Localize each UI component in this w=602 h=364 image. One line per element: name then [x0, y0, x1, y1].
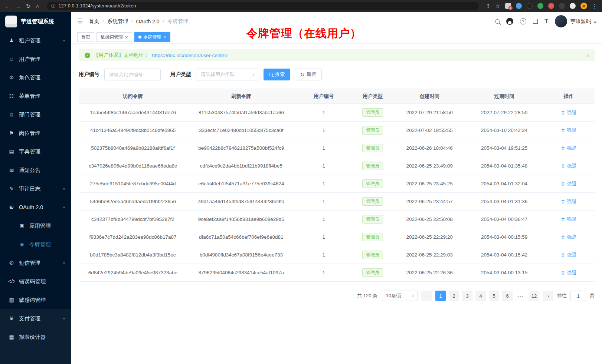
browser-home-icon[interactable]: ⌂: [36, 3, 39, 9]
alert-close-icon[interactable]: ×: [586, 52, 589, 59]
page-button-3[interactable]: 3: [462, 291, 472, 301]
sidebar-item-oauth2[interactable]: ☯ OAuth 2.0 ∧: [0, 198, 71, 216]
force-logout-button[interactable]: 强退: [561, 181, 576, 187]
collapse-sidebar-icon[interactable]: ☰: [77, 17, 83, 25]
prev-page-button[interactable]: ‹: [421, 291, 432, 301]
access-token-cell: 6d842e2924594de9a09e45e087323abe: [79, 264, 187, 282]
force-logout-button[interactable]: 强退: [561, 198, 576, 205]
page-button-12[interactable]: 12: [529, 291, 539, 301]
sidebar-item-notice-management[interactable]: ✉ 通知公告: [0, 161, 71, 179]
sidebar-item-sensitive-word-management[interactable]: ▥ 敏感词管理: [0, 291, 71, 309]
sidebar-item-oauth2-token-management[interactable]: ◉ 令牌管理: [0, 235, 71, 254]
breadcrumb-system[interactable]: 系统管理: [107, 18, 128, 25]
bookmark-star-icon[interactable]: ☆: [495, 3, 500, 9]
browser-reload-icon[interactable]: ↻: [26, 3, 31, 9]
user-type-badge: 管理员: [362, 126, 383, 135]
browser-profile-avatar[interactable]: ☻: [580, 3, 587, 9]
user-id-input[interactable]: [104, 69, 161, 80]
search-icon[interactable]: [495, 19, 500, 24]
address-bar[interactable]: ⓘ 127.0.0.1:1024/system/oauth2/token: [47, 2, 478, 10]
sidebar-item-tenant-management[interactable]: ♟ 租户管理 ∨: [0, 31, 71, 50]
tab-token-management[interactable]: 令牌管理 ×: [134, 32, 171, 42]
created-time-cell: 2022-06-25 22:50:08: [393, 211, 466, 228]
browser-menu-icon[interactable]: ⋮: [592, 3, 598, 9]
tab-close-icon[interactable]: ×: [164, 35, 167, 40]
browser-forward-icon[interactable]: →: [15, 3, 21, 9]
sidebar-item-sms-management[interactable]: ✆ 短信管理 ∨: [0, 254, 71, 272]
extension-icon-4[interactable]: [537, 3, 543, 9]
actions-cell: 强退: [543, 139, 595, 157]
sidebar-item-menu-management[interactable]: ☷ 菜单管理: [0, 87, 71, 105]
extension-icon-3[interactable]: [527, 3, 533, 9]
force-logout-button[interactable]: 强退: [561, 252, 576, 258]
dictionary-icon: ▤: [8, 149, 15, 155]
help-icon[interactable]: ?: [520, 18, 526, 24]
refresh-token-cell: 333ecfc71e02480cb11055c875c3ca0f: [187, 122, 295, 139]
breadcrumb-home[interactable]: 首页: [89, 18, 99, 25]
sidebar-item-payment-management[interactable]: ¥ 支付管理 ∨: [0, 309, 71, 328]
user-name: 芋道源码: [570, 18, 591, 25]
force-logout-button[interactable]: 强退: [561, 269, 576, 276]
user-type-placeholder: 请选择用户类型: [201, 71, 235, 78]
page-button-5[interactable]: 5: [489, 291, 499, 301]
force-logout-button[interactable]: 强退: [561, 163, 576, 169]
extension-icon-2[interactable]: [516, 3, 522, 9]
page-button-2[interactable]: 2: [449, 291, 459, 301]
site-info-icon[interactable]: ⓘ: [51, 3, 56, 9]
force-logout-button[interactable]: 强退: [561, 109, 576, 116]
sidebar-item-user-management[interactable]: ☺ 用户管理: [0, 50, 71, 68]
doc-link[interactable]: https://doc.iocoder.cn/user-center/: [152, 53, 228, 58]
chevron-icon: ∨: [63, 39, 65, 42]
sidebar-item-audit-log[interactable]: ✎ 审计日志 ∨: [0, 179, 71, 198]
chevron-down-icon: ▾: [594, 20, 596, 25]
access-token-cell: c347026e805e4d99b0d116eae66eda8c: [79, 157, 187, 175]
reset-button[interactable]: ↻ 重置: [295, 69, 322, 80]
trash-icon: [561, 235, 565, 239]
app-logo-row[interactable]: 芋道管理系统: [0, 12, 71, 31]
access-token-cell: 1ea5e44f8bc1467aaede43144f31de76: [79, 104, 187, 122]
force-logout-button[interactable]: 强退: [561, 145, 576, 152]
page-button-6[interactable]: 6: [502, 291, 513, 301]
tab-sensitive-words[interactable]: 敏感词管理 ×: [96, 32, 132, 42]
trash-icon: [561, 182, 565, 186]
page-button-4[interactable]: 4: [475, 291, 486, 301]
user-type-select[interactable]: 请选择用户类型 ∨: [196, 69, 259, 80]
github-icon[interactable]: [506, 18, 513, 25]
extension-icon-5[interactable]: [548, 3, 554, 9]
search-icon: [269, 73, 273, 76]
extension-icon-1[interactable]: 1: [505, 3, 511, 9]
page-size-select[interactable]: 10条/页 ∨: [382, 291, 418, 301]
force-logout-button[interactable]: 强退: [561, 234, 576, 241]
sidebar-item-report-designer[interactable]: ▦ 报表设计器: [0, 328, 71, 346]
sidebar-item-error-code-management[interactable]: </> 错误码管理: [0, 272, 71, 291]
tenants-icon: ♟: [8, 37, 15, 43]
chevron-down-icon: ∨: [252, 72, 255, 77]
sidebar-item-oauth2-app-management[interactable]: ▣ 应用管理: [0, 216, 71, 235]
tab-home[interactable]: 首页: [77, 32, 94, 42]
force-logout-button[interactable]: 强退: [561, 216, 576, 223]
sidebar-item-dict-management[interactable]: ▤ 字典管理: [0, 142, 71, 161]
search-button[interactable]: 搜索: [264, 69, 290, 80]
force-logout-label: 强退: [567, 216, 576, 223]
page-button-1[interactable]: 1: [435, 291, 446, 301]
font-size-icon[interactable]: T: [544, 18, 548, 25]
force-logout-button[interactable]: 强退: [561, 127, 576, 134]
goto-page-input[interactable]: [570, 291, 586, 301]
browser-back-icon[interactable]: ←: [4, 3, 10, 9]
trash-icon: [561, 253, 565, 257]
chevron-icon: ∧: [63, 205, 65, 209]
tab-close-icon[interactable]: ×: [125, 35, 128, 40]
pagination-ellipsis[interactable]: ···: [516, 291, 526, 301]
extension-icon-7[interactable]: [570, 3, 576, 9]
breadcrumb-oauth[interactable]: OAuth 2.0: [136, 19, 160, 24]
next-page-button[interactable]: ›: [543, 291, 553, 301]
sidebar-item-role-management[interactable]: ♔ 角色管理: [0, 68, 71, 87]
table-row: f9336e7c7dd242a283ee98dc86b17a87 dfa6c71…: [79, 228, 595, 246]
fullscreen-icon[interactable]: [533, 19, 538, 24]
sidebar-item-post-management[interactable]: ⚑ 岗位管理: [0, 124, 71, 142]
user-menu[interactable]: 芋道源码 ▾: [555, 15, 596, 27]
access-token-cell: 41c41346a548490f9dc8b01c6bfe0865: [79, 122, 187, 139]
share-icon[interactable]: ↥: [486, 3, 491, 9]
extension-icon-6[interactable]: [559, 3, 565, 9]
sidebar-item-dept-management[interactable]: ♖ 部门管理: [0, 105, 71, 124]
